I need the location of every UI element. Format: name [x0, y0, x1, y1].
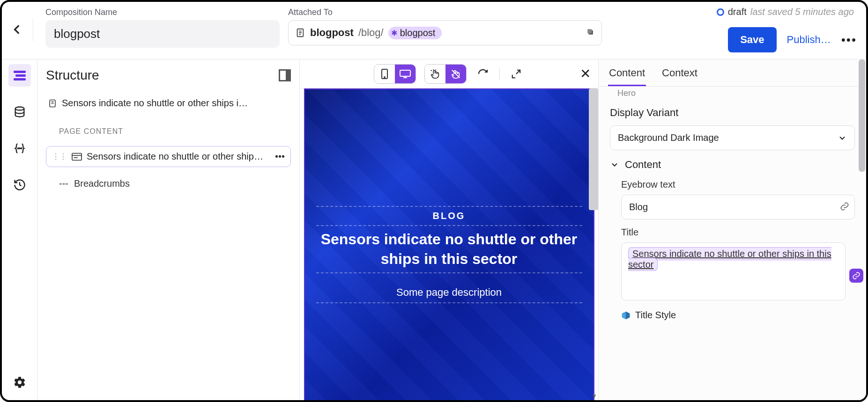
right-panel: Content Context Hero Display Variant Bac…	[598, 59, 866, 400]
copy-icon[interactable]	[586, 27, 595, 38]
svg-point-11	[19, 148, 20, 149]
svg-rect-5	[587, 29, 592, 33]
content-group-toggle[interactable]: Content	[599, 154, 866, 175]
rail-code-icon[interactable]	[8, 137, 31, 160]
title-style-row[interactable]: Title Style	[599, 304, 866, 321]
tree-root-item[interactable]: Sensors indicate no shuttle or other shi…	[46, 95, 291, 111]
chevron-down-icon	[610, 160, 619, 169]
document-icon	[295, 28, 305, 38]
composition-name-input[interactable]	[45, 20, 280, 48]
rail-settings-icon[interactable]	[8, 371, 31, 394]
draft-status: draft last saved 5 minutes ago	[717, 7, 854, 17]
attached-to-label: Attached To	[288, 7, 602, 17]
chevron-down-icon	[838, 133, 847, 143]
title-label: Title	[621, 227, 855, 238]
item-more-icon[interactable]: •••	[275, 151, 285, 162]
eyebrow-field: Eyebrow text	[599, 175, 866, 223]
display-variant-label: Display Variant	[610, 107, 855, 119]
svg-rect-7	[15, 74, 26, 77]
asterisk-icon: ✱	[391, 29, 397, 37]
svg-rect-8	[14, 78, 26, 80]
close-icon[interactable]: ✕	[580, 66, 591, 81]
breadcrumbs-label: Breadcrumbs	[74, 178, 130, 189]
interact-off-button[interactable]	[445, 65, 466, 83]
title-style-label: Title Style	[635, 310, 676, 321]
layout-toggle-icon[interactable]	[279, 69, 291, 81]
page-icon	[48, 98, 57, 109]
eyebrow-input[interactable]	[621, 195, 855, 219]
title-textarea[interactable]: Sensors indicate no shuttle or other shi…	[621, 242, 846, 300]
canvas-toolbar: ✕	[300, 59, 598, 88]
tab-content[interactable]: Content	[608, 64, 646, 86]
top-right: draft last saved 5 minutes ago	[717, 7, 854, 17]
component-icon	[72, 153, 82, 161]
last-saved-text: last saved 5 minutes ago	[750, 7, 854, 17]
topbar: Composition Name Attached To blogpost /b…	[2, 2, 866, 59]
svg-rect-16	[72, 153, 82, 160]
preview-frame[interactable]: BLOG Sensors indicate no shuttle or othe…	[304, 88, 594, 400]
tab-context[interactable]: Context	[661, 64, 698, 86]
desktop-viewport-button[interactable]	[395, 65, 415, 83]
tree-selected-item[interactable]: ⋮⋮ Sensors indicate no shuttle or other …	[46, 146, 291, 167]
svg-point-10	[17, 148, 18, 149]
attached-to-row[interactable]: blogpost /blog/ ✱ blogpost	[288, 20, 602, 45]
svg-point-20	[384, 77, 385, 78]
style-icon	[621, 311, 631, 320]
rail-history-icon[interactable]	[8, 174, 31, 196]
attached-to-block: Attached To blogpost /blog/ ✱ blogpost	[288, 7, 602, 45]
tree-root-label: Sensors indicate no shuttle or other shi…	[62, 98, 248, 109]
draft-circle-icon	[717, 8, 724, 16]
right-scrollbar[interactable]	[859, 59, 866, 400]
structure-title: Structure	[46, 68, 99, 83]
attached-chip: ✱ blogpost	[388, 27, 442, 39]
canvas: ✕ BLOG Sensors indicate no shuttle or ot…	[300, 59, 598, 400]
draft-label: draft	[728, 7, 747, 17]
preview-description: Some page description	[396, 286, 502, 299]
svg-line-26	[435, 69, 436, 70]
viewport-segment	[374, 64, 416, 84]
left-rail	[2, 59, 37, 400]
attached-name: blogpost	[310, 27, 354, 39]
back-button[interactable]	[7, 19, 33, 41]
content-group-label: Content	[625, 159, 661, 171]
svg-point-12	[21, 148, 22, 149]
expand-icon[interactable]	[508, 66, 524, 82]
tree-selected-label: Sensors indicate no shuttle or other shi…	[87, 151, 263, 162]
page-content-label: PAGE CONTENT	[59, 127, 291, 136]
canvas-scrollbar[interactable]	[589, 88, 598, 210]
display-variant-select[interactable]: Background Dark Image	[610, 125, 855, 150]
composition-name-label: Composition Name	[45, 7, 280, 17]
publish-button[interactable]: Publish…	[787, 34, 831, 46]
svg-line-28	[516, 70, 520, 73]
preview-title: Sensors indicate no shuttle or other shi…	[316, 230, 582, 269]
svg-point-9	[15, 107, 24, 110]
rail-data-icon[interactable]	[8, 101, 31, 123]
toolbar-divider	[499, 67, 500, 80]
title-field: Title Sensors indicate no shuttle or oth…	[599, 223, 866, 304]
scroll-down-icon[interactable]: ▼	[592, 393, 597, 399]
preview-eyebrow: BLOG	[433, 211, 466, 221]
mobile-viewport-button[interactable]	[374, 65, 395, 83]
interact-on-button[interactable]	[425, 65, 445, 83]
right-breadcrumb: Hero	[599, 87, 866, 98]
display-variant-section: Display Variant Background Dark Image	[599, 98, 866, 154]
save-button[interactable]: Save	[728, 27, 776, 52]
svg-line-25	[431, 70, 432, 71]
drag-handle-icon[interactable]: ⋮⋮	[52, 152, 67, 161]
right-tabs: Content Context	[599, 59, 866, 87]
interaction-segment	[424, 64, 467, 84]
display-variant-value: Background Dark Image	[618, 132, 719, 143]
dashes-icon: ---	[59, 178, 68, 189]
rail-structure-icon[interactable]	[8, 64, 31, 87]
composition-name-block: Composition Name	[45, 7, 280, 48]
attached-path: /blog/	[358, 27, 384, 39]
link-icon[interactable]	[840, 202, 849, 213]
structure-panel: Structure Sensors indicate no shuttle or…	[37, 59, 300, 400]
svg-rect-6	[14, 71, 26, 73]
canvas-body: BLOG Sensors indicate no shuttle or othe…	[300, 88, 598, 400]
refresh-icon[interactable]	[475, 66, 491, 82]
tree-breadcrumbs-item[interactable]: --- Breadcrumbs	[46, 174, 291, 191]
title-token[interactable]: Sensors indicate no shuttle or other shi…	[628, 247, 831, 271]
svg-rect-21	[400, 70, 410, 76]
more-menu-icon[interactable]: •••	[841, 33, 857, 47]
